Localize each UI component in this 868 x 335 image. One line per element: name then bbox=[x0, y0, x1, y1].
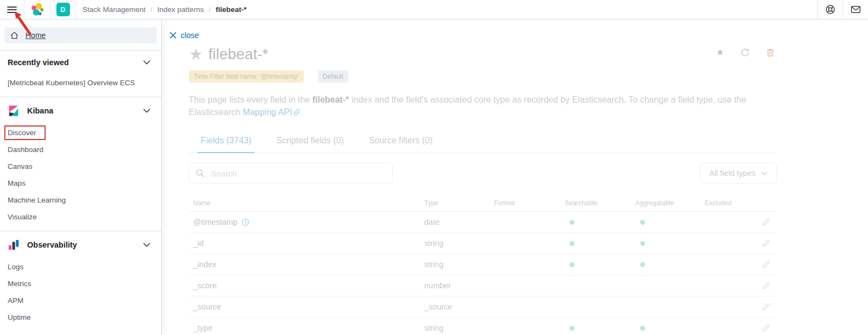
fields-table: Name Type Format Searchable Aggregatable… bbox=[189, 194, 777, 335]
help-icon bbox=[825, 4, 835, 15]
trash-icon bbox=[766, 48, 775, 57]
sidebar-item-metricbeat-overview[interactable]: [Metricbeat Kubernetes] Overview ECS bbox=[0, 74, 161, 91]
mail-icon bbox=[851, 4, 861, 15]
field-name: _index bbox=[193, 260, 216, 269]
field-type: _source bbox=[420, 302, 490, 311]
aggregatable-dot bbox=[640, 241, 645, 246]
close-flyout-button[interactable]: close bbox=[170, 31, 199, 40]
pencil-icon bbox=[762, 324, 770, 332]
searchable-dot bbox=[570, 220, 575, 225]
sidebar-item-uptime[interactable]: Uptime bbox=[0, 309, 161, 326]
breadcrumb-stack-management[interactable]: Stack Management bbox=[82, 5, 145, 14]
sidebar-item-maps[interactable]: Maps bbox=[0, 175, 161, 192]
mapping-api-link[interactable]: Mapping API bbox=[243, 108, 292, 117]
column-header-name: Name bbox=[189, 199, 420, 207]
home-icon bbox=[10, 31, 19, 40]
pencil-icon bbox=[762, 239, 770, 248]
chevron-down-icon bbox=[143, 60, 150, 65]
aggregatable-dot bbox=[640, 262, 645, 267]
description-text: This page lists every field in the bbox=[189, 95, 312, 104]
menu-toggle-button[interactable] bbox=[0, 0, 24, 20]
tab-fields[interactable]: Fields (3743) bbox=[197, 131, 254, 153]
kibana-logo-icon bbox=[8, 105, 20, 117]
searchable-dot bbox=[570, 262, 575, 267]
field-type: string bbox=[420, 324, 490, 332]
elastic-logo-button[interactable] bbox=[24, 0, 50, 20]
table-row: _score number bbox=[189, 275, 777, 296]
column-header-type: Type bbox=[420, 199, 490, 207]
table-row: _id string bbox=[189, 233, 777, 254]
edit-field-button[interactable] bbox=[762, 218, 770, 226]
tab-scripted-fields[interactable]: Scripted fields (0) bbox=[273, 131, 347, 153]
table-row: _index string bbox=[189, 254, 777, 275]
field-type: string bbox=[420, 260, 490, 269]
delete-button[interactable] bbox=[766, 48, 775, 57]
observability-logo-icon bbox=[8, 239, 20, 251]
sidebar-item-home[interactable]: Home bbox=[4, 27, 157, 43]
section-title: Observability bbox=[27, 241, 77, 249]
field-name: _source bbox=[193, 302, 221, 311]
sidebar-item-dashboard[interactable]: Dashboard bbox=[0, 141, 161, 158]
tabs-bar: Fields (3743) Scripted fields (0) Source… bbox=[189, 131, 777, 153]
space-selector-button[interactable]: D bbox=[51, 0, 75, 20]
page-title: filebeat-* bbox=[208, 46, 269, 63]
sidebar-section-recently-viewed[interactable]: Recently viewed bbox=[0, 50, 161, 73]
pencil-icon bbox=[762, 281, 770, 290]
column-header-format: Format bbox=[490, 199, 560, 207]
edit-field-button[interactable] bbox=[762, 281, 770, 290]
hamburger-icon bbox=[7, 5, 17, 15]
column-header-excluded: Excluded bbox=[700, 199, 753, 207]
table-row: @timestamp date bbox=[189, 212, 777, 233]
tab-source-filters[interactable]: Source filters (0) bbox=[366, 131, 436, 153]
sidebar-section-observability[interactable]: Observability bbox=[0, 231, 161, 257]
sidebar-item-visualize[interactable]: Visualize bbox=[0, 208, 161, 225]
field-type: string bbox=[420, 239, 490, 248]
pencil-icon bbox=[762, 260, 770, 269]
field-name: _type bbox=[193, 324, 212, 332]
field-name: _id bbox=[193, 239, 203, 248]
field-name: @timestamp bbox=[193, 218, 238, 226]
nav-item-label: Discover bbox=[8, 129, 36, 137]
space-badge: D bbox=[56, 3, 70, 16]
sidebar-section-kibana[interactable]: Kibana bbox=[0, 97, 161, 123]
chevron-down-icon bbox=[143, 109, 150, 113]
top-bar: D Stack Management / Index patterns / fi… bbox=[0, 0, 868, 20]
favorite-star-icon: ★ bbox=[189, 47, 203, 62]
column-header-aggregatable: Aggregatable bbox=[631, 199, 700, 207]
search-input[interactable] bbox=[210, 168, 386, 179]
sidebar-item-machine-learning[interactable]: Machine Learning bbox=[0, 192, 161, 208]
chevron-down-icon bbox=[761, 172, 768, 175]
refresh-icon bbox=[741, 48, 750, 57]
column-header-searchable: Searchable bbox=[560, 199, 631, 207]
edit-field-button[interactable] bbox=[762, 260, 770, 269]
sidebar-item-canvas[interactable]: Canvas bbox=[0, 158, 161, 175]
newsfeed-button[interactable] bbox=[843, 0, 868, 20]
edit-field-button[interactable] bbox=[762, 324, 770, 332]
table-row: _type string bbox=[189, 318, 777, 335]
set-default-star-button[interactable]: ★ bbox=[716, 48, 724, 57]
chevron-down-icon bbox=[143, 243, 150, 247]
default-badge: Default bbox=[318, 71, 348, 83]
breadcrumb-index-patterns[interactable]: Index patterns bbox=[157, 5, 204, 14]
field-name: _score bbox=[193, 281, 217, 290]
field-type: date bbox=[420, 218, 490, 226]
sidebar-item-metrics[interactable]: Metrics bbox=[0, 275, 161, 292]
sidebar-item-logs[interactable]: Logs bbox=[0, 258, 161, 275]
time-filter-badge: Time Filter field name: '@timestamp' bbox=[189, 71, 304, 83]
search-box[interactable] bbox=[189, 163, 393, 184]
edit-field-button[interactable] bbox=[762, 239, 770, 248]
edit-field-button[interactable] bbox=[762, 302, 770, 311]
sidebar-item-discover[interactable]: Discover bbox=[0, 124, 161, 141]
sidebar-item-apm[interactable]: APM bbox=[0, 292, 161, 309]
field-type-filter-dropdown[interactable]: All field types bbox=[700, 163, 777, 184]
field-type: number bbox=[420, 281, 490, 290]
sidebar-home-label: Home bbox=[25, 31, 46, 40]
field-type-filter-label: All field types bbox=[709, 169, 755, 178]
external-link-icon bbox=[293, 109, 301, 116]
refresh-button[interactable] bbox=[741, 48, 750, 57]
searchable-dot bbox=[570, 326, 575, 331]
table-row: _source _source bbox=[189, 296, 777, 318]
help-button[interactable] bbox=[818, 0, 843, 20]
page-description: This page lists every field in the fileb… bbox=[189, 93, 748, 118]
breadcrumb-separator: / bbox=[150, 5, 152, 14]
